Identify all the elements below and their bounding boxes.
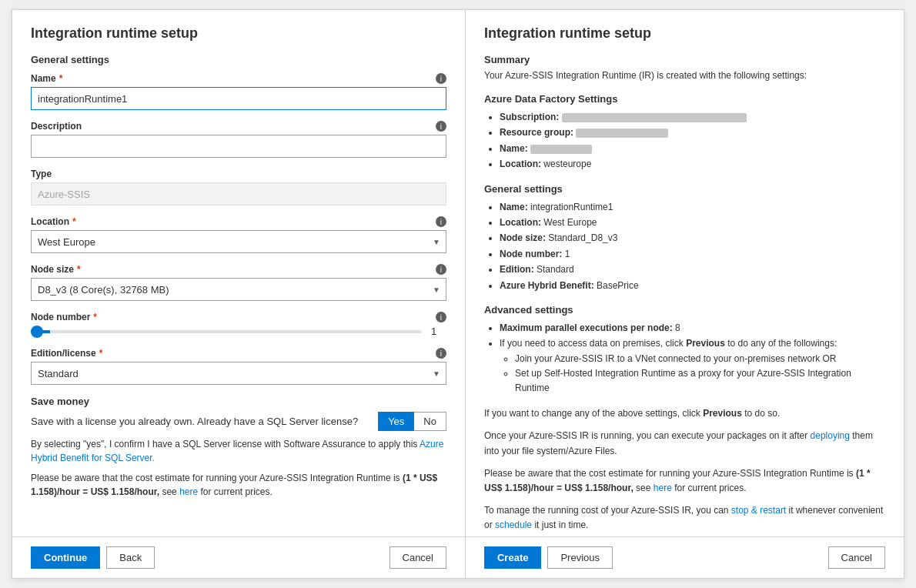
node-number-label: Node number* xyxy=(31,312,436,322)
right-general-settings-list: Name: integrationRuntime1 Location: West… xyxy=(484,199,885,293)
name-field-group: Name* i xyxy=(31,73,446,110)
no-button[interactable]: No xyxy=(414,412,446,431)
right-gs-edition: Edition: Standard xyxy=(500,262,885,277)
left-panel-content: Integration runtime setup General settin… xyxy=(12,10,465,536)
node-size-select-wrapper: D8_v3 (8 Core(s), 32768 MB) ▼ xyxy=(31,278,446,301)
confirm-text: By selecting "yes", I confirm I have a S… xyxy=(31,437,446,465)
subscription-redacted xyxy=(562,113,747,122)
manage-text: To manage the running cost of your Azure… xyxy=(484,503,885,533)
once-text: Once your Azure-SSIS IR is running, you … xyxy=(484,429,885,458)
stop-restart-link[interactable]: stop & restart xyxy=(731,505,786,516)
node-number-slider-row: 1 xyxy=(31,326,446,337)
node-number-value: 1 xyxy=(431,326,446,337)
access-sub-list: Join your Azure-SSIS IR to a VNet connec… xyxy=(500,352,885,396)
general-settings-label: General settings xyxy=(31,54,446,65)
left-cancel-button[interactable]: Cancel xyxy=(389,546,446,569)
node-number-slider[interactable] xyxy=(31,330,422,333)
right-cancel-button[interactable]: Cancel xyxy=(828,546,885,569)
left-panel-footer: Continue Back Cancel xyxy=(12,536,465,578)
access-text-item: If you need to access data on premises, … xyxy=(500,336,885,396)
max-parallel: Maximum parallel executions per node: 8 xyxy=(500,320,885,336)
right-general-settings-label: General settings xyxy=(484,183,885,195)
location-field-group: Location* i West Europe ▼ xyxy=(31,216,446,253)
yes-no-btn-group: Yes No xyxy=(378,412,446,431)
right-panel-content: Integration runtime setup Summary Your A… xyxy=(466,10,904,536)
save-money-row: Save with a license you already own. Alr… xyxy=(31,412,446,431)
right-cost-link[interactable]: here xyxy=(654,483,672,493)
adf-location: Location: westeurope xyxy=(500,156,885,172)
save-money-section: Save money Save with a license you alrea… xyxy=(31,396,446,499)
advanced-settings-list: Maximum parallel executions per node: 8 … xyxy=(484,320,885,396)
right-gs-location: Location: West Europe xyxy=(500,215,885,230)
left-cost-link[interactable]: here xyxy=(179,486,198,497)
sub2: Set up Self-Hosted Integration Runtime a… xyxy=(515,366,885,396)
edition-field-group: Edition/license* i Standard ▼ xyxy=(31,348,446,385)
right-gs-hybrid: Azure Hybrid Benefit: BasePrice xyxy=(500,278,885,293)
previous-button[interactable]: Previous xyxy=(547,546,613,569)
edition-select[interactable]: Standard xyxy=(31,362,446,385)
name-info-icon[interactable]: i xyxy=(436,73,446,84)
location-select-wrapper: West Europe ▼ xyxy=(31,230,446,253)
adf-resource-group: Resource group: xyxy=(500,125,885,140)
summary-intro: Your Azure-SSIS Integration Runtime (IR)… xyxy=(484,68,885,82)
left-panel: Integration runtime setup General settin… xyxy=(12,10,466,578)
name-label: Name* xyxy=(31,73,436,84)
node-size-label: Node size* xyxy=(31,264,436,275)
node-size-field-group: Node size* i D8_v3 (8 Core(s), 32768 MB)… xyxy=(31,264,446,301)
name-input[interactable] xyxy=(31,87,446,110)
continue-button[interactable]: Continue xyxy=(31,546,100,569)
adf-settings-label: Azure Data Factory Settings xyxy=(484,93,885,105)
create-button[interactable]: Create xyxy=(484,546,541,569)
back-button[interactable]: Back xyxy=(106,546,155,569)
description-input[interactable] xyxy=(31,135,446,158)
location-select[interactable]: West Europe xyxy=(31,230,446,253)
edition-select-wrapper: Standard ▼ xyxy=(31,362,446,385)
left-panel-title: Integration runtime setup xyxy=(31,25,446,42)
node-size-info-icon[interactable]: i xyxy=(436,264,446,275)
type-input xyxy=(31,182,446,205)
node-size-select[interactable]: D8_v3 (8 Core(s), 32768 MB) xyxy=(31,278,446,301)
type-label: Type xyxy=(31,169,446,179)
adf-name: Name: xyxy=(500,141,885,156)
right-cost-text: Please be aware that the cost estimate f… xyxy=(484,466,885,496)
deploying-link[interactable]: deploying xyxy=(811,430,850,441)
advanced-settings-label: Advanced settings xyxy=(484,304,885,316)
adf-settings-list: Subscription: Resource group: Name: Loca… xyxy=(484,109,885,172)
change-text: If you want to change any of the above s… xyxy=(484,406,885,421)
sub1: Join your Azure-SSIS IR to a VNet connec… xyxy=(515,352,885,366)
type-field-group: Type xyxy=(31,169,446,205)
right-gs-node-size: Node size: Standard_D8_v3 xyxy=(500,230,885,246)
edition-info-icon[interactable]: i xyxy=(436,348,446,359)
description-label: Description xyxy=(31,121,436,132)
right-panel: Integration runtime setup Summary Your A… xyxy=(466,10,904,578)
edition-label: Edition/license* xyxy=(31,348,436,359)
schedule-link[interactable]: schedule xyxy=(495,520,532,530)
summary-label: Summary xyxy=(484,54,885,65)
location-label: Location* xyxy=(31,216,436,227)
right-panel-footer: Create Previous Cancel xyxy=(466,536,904,578)
description-info-icon[interactable]: i xyxy=(436,121,446,132)
node-number-info-icon[interactable]: i xyxy=(436,312,446,322)
node-number-field-group: Node number* i 1 xyxy=(31,312,446,337)
description-field-group: Description i xyxy=(31,121,446,158)
name-redacted xyxy=(530,145,592,154)
yes-button[interactable]: Yes xyxy=(378,412,414,431)
right-panel-title: Integration runtime setup xyxy=(484,25,885,42)
resource-group-redacted xyxy=(576,129,668,138)
location-info-icon[interactable]: i xyxy=(436,216,446,227)
right-gs-name: Name: integrationRuntime1 xyxy=(500,199,885,215)
left-cost-text: Please be aware that the cost estimate f… xyxy=(31,471,446,499)
right-gs-node-number: Node number: 1 xyxy=(500,246,885,262)
save-money-title: Save money xyxy=(31,396,446,407)
save-money-text: Save with a license you already own. Alr… xyxy=(31,416,372,427)
adf-subscription: Subscription: xyxy=(500,109,885,125)
